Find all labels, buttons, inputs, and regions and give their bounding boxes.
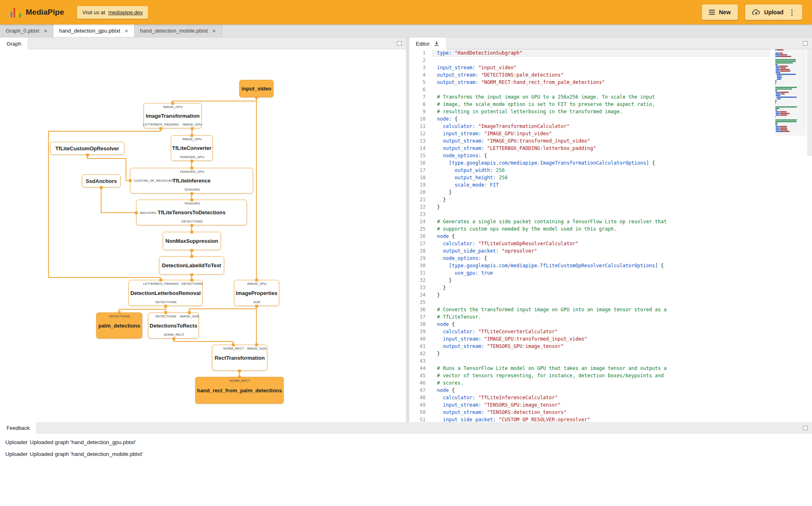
line-number: 51: [409, 416, 432, 422]
line-number: 38: [409, 321, 432, 328]
code-editor[interactable]: 1234567891011121314151617181920212223242…: [409, 49, 812, 422]
graph-canvas[interactable]: input_videoImageTransformationIMAGE_GPUL…: [0, 49, 406, 422]
code-lines[interactable]: type: "HandDetectionSubgraph"input_strea…: [432, 49, 770, 422]
port-label: DETECTIONS: [181, 282, 203, 286]
graph-node-input_video[interactable]: input_video: [239, 80, 274, 97]
graph-node-SsdAnchors[interactable]: SsdAnchors: [82, 174, 121, 187]
graph-node-palm_detections[interactable]: palm_detectionsDETECTIONS: [96, 312, 142, 339]
code-line: type: "HandDetectionSubgraph": [432, 49, 770, 57]
line-number: 37: [409, 313, 432, 321]
close-tab-icon[interactable]: ×: [125, 28, 128, 34]
port-connector: [255, 343, 258, 346]
port-label: DETECTIONS: [109, 315, 130, 318]
line-number: 13: [409, 137, 432, 145]
port-connector: [100, 186, 103, 189]
line-number: 12: [409, 130, 432, 137]
line-number: 16: [409, 159, 432, 167]
graph-node-hand_rect_from_palm_detections[interactable]: hand_rect_from_palm_detectionsNORM_RECT: [195, 377, 284, 404]
port-label: IMAGE_GPU: [247, 282, 267, 286]
graph-node-label: NonMaxSuppression: [165, 238, 218, 244]
graph-node-ImageProperties[interactable]: ImagePropertiesIMAGE_GPUSIZE: [234, 280, 279, 306]
graph-node-DetectionLabelIdToText[interactable]: DetectionLabelIdToText: [159, 256, 224, 275]
code-line: # Transforms the input image on GPU to a…: [432, 93, 770, 101]
port-label: DETECTIONS: [155, 300, 177, 304]
line-number: 34: [409, 291, 432, 299]
line-number: 4: [409, 71, 432, 79]
popout-feedback-icon[interactable]: [803, 426, 808, 430]
editor-scrollbar[interactable]: [807, 49, 812, 156]
feedback-source: Uploader: [5, 451, 30, 457]
line-number: 40: [409, 335, 432, 343]
line-number: 44: [409, 365, 432, 372]
port-connector: [159, 279, 162, 282]
line-number: 43: [409, 357, 432, 365]
code-line: # image, the scale_mode option is set to…: [432, 101, 770, 108]
code-line: use_gpu: true: [432, 269, 770, 277]
code-line: output_stream: "DETECTIONS:palm_detectio…: [432, 71, 770, 79]
port-label: IMAGE_GPU: [163, 105, 183, 109]
minimap[interactable]: [775, 49, 806, 422]
upload-menu-icon[interactable]: ⋮: [788, 8, 795, 17]
code-line: }: [432, 350, 770, 357]
graph-edge: [174, 339, 233, 345]
tab-feedback[interactable]: Feedback: [0, 422, 37, 434]
graph-node-label: TfLiteInference: [172, 178, 210, 184]
line-number: 2: [409, 57, 432, 64]
code-line: node: {: [432, 115, 770, 123]
download-graph-icon[interactable]: [433, 40, 440, 47]
graph-edge: [172, 97, 256, 103]
graph-node-label: hand_rect_from_palm_detections: [197, 387, 282, 394]
code-line: # Generates a single side packet contain…: [432, 218, 770, 225]
popout-editor-icon[interactable]: [803, 41, 808, 46]
close-tab-icon[interactable]: ×: [212, 28, 216, 34]
graph-node-TfLiteTensorsToDetections[interactable]: TfLiteTensorsToDetectionsTENSORSANCHORSD…: [136, 200, 247, 225]
line-number: 23: [409, 211, 432, 218]
port-label: TENSORS_GPU: [180, 155, 204, 159]
port-label: DETECTIONS: [181, 220, 203, 223]
panel-divider[interactable]: [406, 37, 409, 422]
graph-node-TfLiteInference[interactable]: TfLiteInferenceTENSORS_GPUCUSTOM_OP_RESO…: [130, 168, 253, 194]
code-line: }: [432, 277, 770, 284]
port-connector: [190, 167, 193, 169]
code-line: calculator: "ImageTransformationCalculat…: [432, 123, 770, 130]
graph-node-TfLiteCustomOpResolver[interactable]: TfLiteCustomOpResolver: [50, 142, 124, 155]
graph-node-label: DetectionLabelIdToText: [162, 262, 221, 268]
code-line: }: [432, 196, 770, 203]
graph-node-RectTransformation[interactable]: RectTransformationNORM_RECTIMAGE_SIZE: [212, 345, 267, 371]
tab-editor[interactable]: Editor: [409, 37, 447, 50]
close-tab-icon[interactable]: ×: [44, 28, 47, 34]
graph-node-TfLiteConverter[interactable]: TfLiteConverterIMAGE_GPUTENSORS_GPU: [171, 135, 213, 161]
line-number: 7: [409, 93, 432, 101]
code-line: output_stream: "TENSORS:detection_tensor…: [432, 409, 770, 416]
new-button[interactable]: New: [702, 4, 738, 20]
port-connector: [238, 376, 241, 378]
tab-graph[interactable]: Graph: [0, 37, 28, 50]
port-connector: [190, 273, 193, 276]
graph-node-label: RectTransformation: [215, 355, 265, 361]
new-button-label: New: [719, 9, 731, 15]
port-label: TENSORS: [184, 188, 200, 191]
code-line: input_stream: "IMAGE_GPU:transformed_inp…: [432, 335, 770, 343]
graph-node-NonMaxSuppression[interactable]: NonMaxSuppression: [163, 232, 221, 250]
line-number: 24: [409, 218, 432, 225]
top-bar: MediaPipe Visit us at mediapipe.dev New …: [0, 0, 812, 24]
popout-graph-icon[interactable]: [397, 41, 402, 46]
new-graph-icon: [709, 10, 715, 15]
graph-node-DetectionLetterboxRemoval[interactable]: DetectionLetterboxRemovalLETTERBOX_PADDI…: [128, 280, 203, 306]
visit-link[interactable]: mediapipe.dev: [108, 9, 143, 15]
port-label: NORM_RECT: [164, 333, 185, 337]
line-number: 21: [409, 196, 432, 203]
graph-node-DetectionsToRects[interactable]: DetectionsToRectsDETECTIONSIMAGE_SIZENOR…: [148, 312, 199, 339]
visit-text: Visit us at: [82, 9, 105, 15]
graph-node-ImageTransformation[interactable]: ImageTransformationIMAGE_GPULETTERBOX_PA…: [143, 103, 202, 128]
file-tab[interactable]: hand_detection_mobile.pbtxt×: [135, 24, 222, 37]
line-number: 27: [409, 240, 432, 247]
line-number: 25: [409, 225, 432, 233]
file-tab[interactable]: Graph_0.pbtxt×: [0, 24, 53, 37]
file-tab[interactable]: hand_detection_gpu.pbtxt×: [53, 24, 134, 37]
port-connector: [118, 311, 121, 314]
upload-button[interactable]: Upload ⋮: [745, 4, 802, 20]
code-line: # Converts the transformed input image o…: [432, 306, 770, 313]
feedback-entry: UploaderUploaded graph 'hand_detection_g…: [0, 436, 812, 448]
code-line: calculator: "TfLiteCustomOpResolverCalcu…: [432, 240, 770, 247]
